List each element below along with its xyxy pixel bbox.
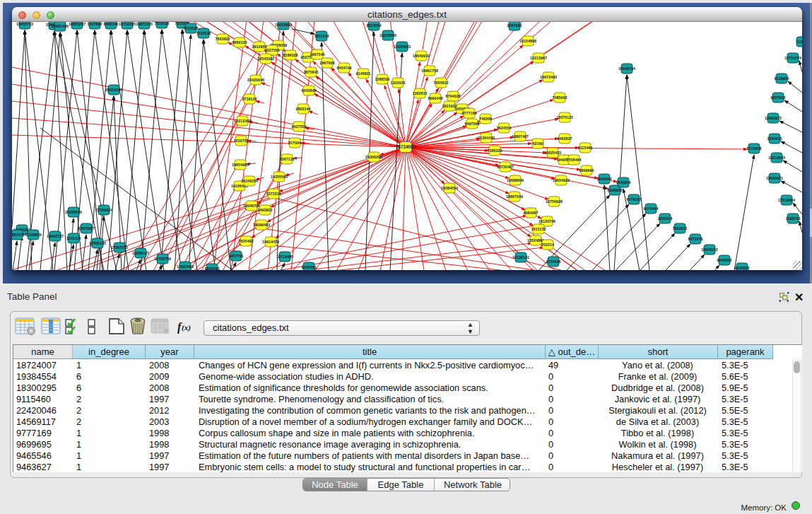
svg-text:6497568: 6497568 <box>465 122 480 126</box>
svg-text:1362615: 1362615 <box>413 91 428 95</box>
svg-text:6794028: 6794028 <box>446 94 461 98</box>
svg-text:26053346: 26053346 <box>105 88 122 92</box>
svg-text:252214: 252214 <box>541 243 554 247</box>
svg-text:23691406: 23691406 <box>52 24 69 28</box>
svg-text:14055713: 14055713 <box>16 22 33 26</box>
svg-text:1640954: 1640954 <box>616 180 631 185</box>
svg-text:33975887: 33975887 <box>78 226 95 230</box>
svg-text:18640910: 18640910 <box>413 54 430 58</box>
svg-text:12213967: 12213967 <box>530 56 547 60</box>
svg-text:7386322: 7386322 <box>488 148 502 153</box>
svg-text:1527602: 1527602 <box>88 22 102 26</box>
svg-text:7558464: 7558464 <box>567 158 582 162</box>
svg-text:7515536: 7515536 <box>155 22 170 25</box>
svg-text:18724007: 18724007 <box>396 144 416 149</box>
svg-text:7515536: 7515536 <box>196 31 211 35</box>
svg-text:6479197: 6479197 <box>627 197 642 201</box>
svg-text:1168753: 1168753 <box>786 216 801 221</box>
svg-text:9427552: 9427552 <box>292 124 307 129</box>
svg-text:12923468: 12923468 <box>177 264 194 269</box>
svg-text:18807249: 18807249 <box>506 194 523 199</box>
svg-text:12505135: 12505135 <box>89 241 106 245</box>
svg-text:3493822: 3493822 <box>258 208 273 212</box>
svg-text:13716485: 13716485 <box>276 255 293 259</box>
svg-text:23420046: 23420046 <box>247 78 264 82</box>
svg-text:11121: 11121 <box>797 40 802 44</box>
svg-text:16961758: 16961758 <box>421 69 438 73</box>
svg-text:16648794: 16648794 <box>618 66 635 71</box>
svg-text:9245093: 9245093 <box>302 265 317 269</box>
svg-text:14914479: 14914479 <box>262 240 279 244</box>
svg-text:9777169: 9777169 <box>462 111 477 115</box>
svg-text:3875645: 3875645 <box>304 70 319 74</box>
svg-text:7515536: 7515536 <box>184 26 199 30</box>
svg-text:8466160: 8466160 <box>104 22 119 26</box>
svg-text:19218506: 19218506 <box>379 33 396 37</box>
svg-text:15720407: 15720407 <box>497 165 514 169</box>
svg-text:9245652: 9245652 <box>717 258 732 262</box>
svg-text:2935114: 2935114 <box>658 216 673 221</box>
svg-text:12213363: 12213363 <box>234 119 251 123</box>
svg-text:16782759: 16782759 <box>154 257 171 261</box>
svg-text:2967546: 2967546 <box>310 52 325 57</box>
svg-text:14156254: 14156254 <box>241 179 258 183</box>
svg-text:9115460: 9115460 <box>578 146 593 150</box>
svg-text:12093872: 12093872 <box>765 116 782 120</box>
svg-text:19654923: 19654923 <box>553 178 570 182</box>
svg-text:17016504: 17016504 <box>778 198 795 202</box>
svg-text:2967608: 2967608 <box>320 61 335 65</box>
svg-text:12325633: 12325633 <box>394 45 411 49</box>
svg-text:10025433: 10025433 <box>544 151 561 155</box>
svg-text:17359924: 17359924 <box>95 208 112 212</box>
svg-text:10958107: 10958107 <box>132 251 149 255</box>
svg-text:20206526: 20206526 <box>65 210 82 214</box>
svg-text:7625402: 7625402 <box>239 239 254 243</box>
svg-text:2718126: 2718126 <box>242 97 257 101</box>
svg-text:12975125: 12975125 <box>556 115 573 119</box>
svg-text:8938928: 8938928 <box>608 188 623 192</box>
svg-text:9129905: 9129905 <box>775 76 789 81</box>
svg-text:746266: 746266 <box>479 117 492 121</box>
svg-text:14355594: 14355594 <box>271 175 288 179</box>
svg-text:8454749: 8454749 <box>337 66 352 70</box>
svg-text:14099483: 14099483 <box>253 223 270 227</box>
svg-text:817004: 817004 <box>288 141 301 145</box>
svg-text:19384554: 19384554 <box>441 186 458 190</box>
svg-text:10973493: 10973493 <box>540 75 557 79</box>
svg-text:10154808: 10154808 <box>519 39 536 43</box>
svg-text:17957275: 17957275 <box>111 245 128 250</box>
svg-text:10756928: 10756928 <box>546 199 563 204</box>
svg-text:16120746: 16120746 <box>539 219 555 223</box>
svg-text:19654985: 19654985 <box>232 163 249 167</box>
svg-text:7485003: 7485003 <box>553 95 567 100</box>
svg-text:1244415: 1244415 <box>767 136 782 141</box>
svg-text:7663822: 7663822 <box>216 37 230 41</box>
svg-text:9474444: 9474444 <box>644 206 659 211</box>
svg-text:1615132: 1615132 <box>531 227 546 231</box>
svg-text:16053809: 16053809 <box>275 23 292 27</box>
svg-text:8813054: 8813054 <box>367 23 382 28</box>
svg-text:15692921: 15692921 <box>766 176 783 180</box>
svg-text:16210643: 16210643 <box>768 156 785 160</box>
svg-text:12942737: 12942737 <box>47 234 64 238</box>
svg-text:9457791: 9457791 <box>229 254 244 258</box>
svg-text:1640954: 1640954 <box>597 177 612 181</box>
svg-text:9242848: 9242848 <box>302 88 317 93</box>
svg-text:9699695: 9699695 <box>579 168 594 173</box>
svg-text:2087682: 2087682 <box>507 23 522 28</box>
svg-text:21364436: 21364436 <box>478 136 495 140</box>
svg-text:5373334: 5373334 <box>266 192 281 196</box>
svg-text:62160: 62160 <box>533 141 543 146</box>
svg-text:7955812: 7955812 <box>434 81 449 85</box>
svg-text:8471676: 8471676 <box>688 237 703 241</box>
svg-text:9463627: 9463627 <box>558 136 572 141</box>
svg-text:5215958: 5215958 <box>747 146 762 151</box>
svg-text:9245652: 9245652 <box>735 266 750 270</box>
svg-text:10671355: 10671355 <box>136 22 153 26</box>
svg-text:1145114: 1145114 <box>66 236 81 240</box>
svg-text:3267130: 3267130 <box>280 157 295 161</box>
svg-text:8660123: 8660123 <box>233 40 247 45</box>
svg-text:9245093: 9245093 <box>205 267 220 271</box>
svg-text:7632621: 7632621 <box>673 226 688 230</box>
svg-text:2803144: 2803144 <box>296 107 311 111</box>
